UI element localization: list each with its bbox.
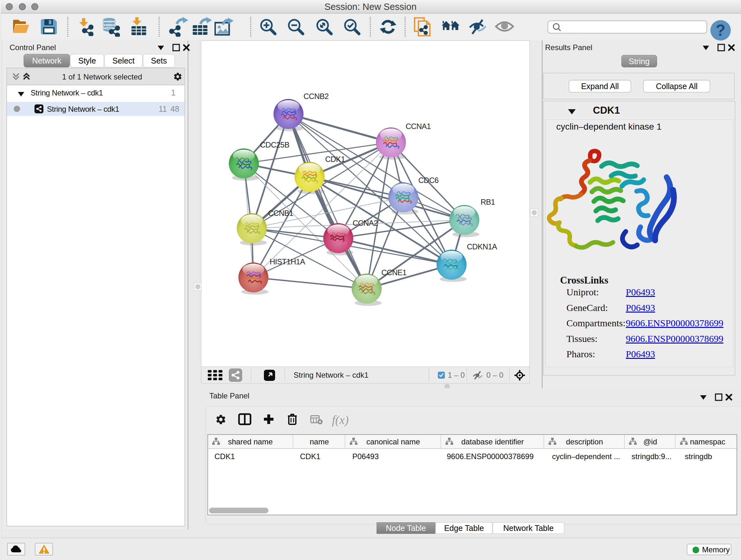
svg-text:RB1: RB1 bbox=[481, 198, 495, 206]
svg-text:CCNA2: CCNA2 bbox=[353, 219, 378, 227]
svg-text:?: ? bbox=[716, 21, 726, 39]
svg-text:CDC25B: CDC25B bbox=[260, 140, 289, 149]
svg-text:CDK1: CDK1 bbox=[325, 155, 345, 164]
svg-text:CDC6: CDC6 bbox=[418, 176, 439, 185]
svg-text:CCNA1: CCNA1 bbox=[406, 122, 431, 131]
svg-text:CCNB1: CCNB1 bbox=[268, 209, 293, 217]
svg-text:CDKN1A: CDKN1A bbox=[467, 242, 497, 251]
svg-text:CCNB2: CCNB2 bbox=[304, 92, 329, 101]
svg-text:CCNE1: CCNE1 bbox=[381, 268, 407, 277]
svg-text:HIST1H1A: HIST1H1A bbox=[270, 257, 305, 266]
